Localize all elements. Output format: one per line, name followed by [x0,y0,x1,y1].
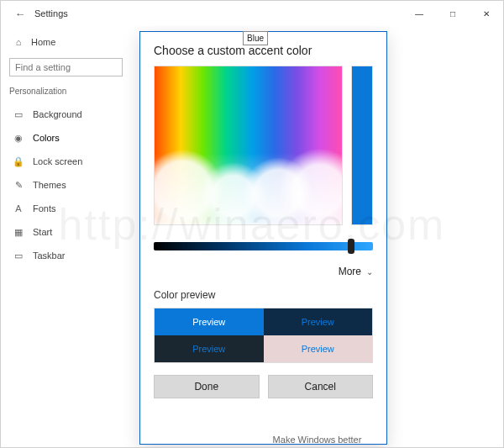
sidebar-home[interactable]: ⌂ Home [9,31,123,53]
font-icon: A [13,203,24,214]
sidebar-item-label: Colors [33,133,60,143]
done-button[interactable]: Done [154,375,260,398]
preview-swatch-light-accent: Preview [155,308,264,335]
sidebar-item-lockscreen[interactable]: 🔒 Lock screen [9,150,123,173]
sidebar-item-label: Lock screen [33,156,82,166]
sidebar-item-label: Taskbar [33,250,66,261]
sidebar-category: Personalization [9,87,123,96]
footer-text: Make Windows better [273,435,362,445]
sidebar-item-label: Fonts [33,203,56,213]
palette-icon: ◉ [13,132,24,144]
sidebar-item-background[interactable]: ▭ Background [9,103,123,126]
preview-swatch-dark-bg: Preview [155,335,264,362]
lock-icon: 🔒 [13,155,24,167]
color-tooltip: Blue [243,31,268,45]
preview-grid: Preview Preview Preview Preview [154,308,373,363]
value-slider[interactable] [154,242,373,250]
color-spectrum[interactable] [154,66,343,225]
settings-window: ← Settings — □ ✕ ⌂ Home Personalization … [0,0,504,448]
search-input[interactable] [9,58,123,76]
sidebar-item-label: Themes [33,180,66,190]
sidebar-item-start[interactable]: ▦ Start [9,220,123,244]
preview-swatch-light-bg: Preview [264,335,373,362]
close-button[interactable]: ✕ [470,1,503,26]
more-label: More [339,266,361,277]
preview-swatch-dark-accent: Preview [264,308,373,335]
minimize-button[interactable]: — [402,1,436,26]
taskbar-icon: ▭ [13,250,24,261]
color-picker-dialog: Choose a custom accent color More ⌄ Colo… [139,31,387,445]
back-icon[interactable]: ← [9,8,31,20]
dialog-title: Choose a custom accent color [154,44,373,57]
sidebar-home-label: Home [31,37,55,47]
sidebar-item-label: Background [33,109,82,119]
slider-thumb[interactable] [348,239,354,254]
more-toggle[interactable]: More ⌄ [154,266,373,277]
sidebar-item-label: Start [33,227,52,237]
home-icon: ⌂ [13,36,24,48]
preview-heading: Color preview [154,289,373,301]
brush-icon: ✎ [13,179,24,191]
picture-icon: ▭ [13,108,24,120]
sidebar-item-taskbar[interactable]: ▭ Taskbar [9,244,123,267]
sidebar-item-fonts[interactable]: A Fonts [9,197,123,220]
sidebar-item-themes[interactable]: ✎ Themes [9,173,123,197]
chevron-down-icon: ⌄ [366,267,373,277]
titlebar: ← Settings — □ ✕ [1,1,503,26]
window-title: Settings [31,8,402,18]
start-icon: ▦ [13,226,24,238]
sidebar-item-colors[interactable]: ◉ Colors [9,126,123,150]
hue-bar[interactable] [351,66,373,225]
content-area: Choose a custom accent color More ⌄ Colo… [131,26,503,447]
sidebar: ⌂ Home Personalization ▭ Background ◉ Co… [1,26,131,447]
maximize-button[interactable]: □ [436,1,470,26]
cancel-button[interactable]: Cancel [268,375,374,398]
